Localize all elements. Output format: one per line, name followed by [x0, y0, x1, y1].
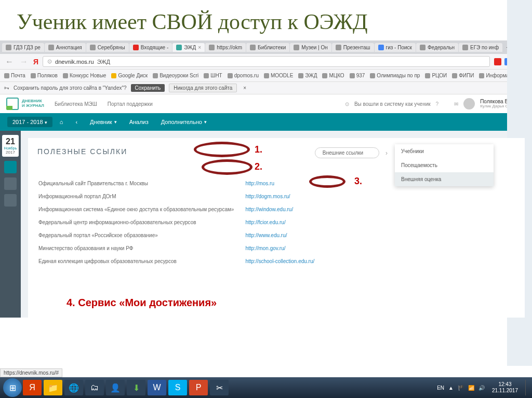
slide-title: Ученик имеет СВОЙ доступ к ОЭЖД: [0, 0, 532, 40]
sound-icon[interactable]: 🔊: [478, 385, 485, 391]
tab[interactable]: гиз - Поиск: [375, 43, 416, 52]
clock[interactable]: 12:43 21.11.2017: [489, 381, 521, 394]
favicon-icon: [48, 45, 54, 50]
favicon-icon: [294, 45, 299, 50]
annotation-label: 4. Сервис «Мои достижения»: [66, 297, 217, 309]
nav-home-icon[interactable]: ⌂: [55, 119, 69, 125]
external-links-pill[interactable]: Внешние ссылки: [315, 147, 379, 158]
bookmark[interactable]: 937: [350, 73, 365, 78]
extension-icon[interactable]: [494, 58, 501, 65]
start-button[interactable]: ⊞: [3, 378, 22, 397]
never-save-button[interactable]: Никогда для этого сайта: [169, 84, 237, 92]
link[interactable]: http://window.edu.ru/: [245, 207, 293, 212]
help-icon[interactable]: ?: [436, 101, 439, 107]
favicon-icon: [336, 45, 341, 50]
table-row: Информационная система «Единое окно дост…: [38, 203, 325, 215]
bookmark[interactable]: Конкурс Новые: [63, 73, 106, 78]
network-icon[interactable]: 📶: [468, 385, 474, 391]
taskbar-app[interactable]: W: [148, 380, 166, 395]
bookmarks-bar: Почта Поляков Конкурс Новые Google Диск …: [0, 70, 532, 82]
nav-extra[interactable]: Дополнительно ▾: [156, 119, 212, 125]
tab[interactable]: https://okm: [205, 43, 246, 52]
taskbar-app[interactable]: 👤: [106, 380, 125, 395]
avatar[interactable]: [463, 98, 475, 109]
tab[interactable]: Библиотеки: [246, 43, 289, 52]
flag-icon[interactable]: 🏴: [458, 385, 464, 391]
taskbar-app[interactable]: Я: [23, 380, 42, 395]
nav-library[interactable]: Библиотека МЭШ: [55, 101, 97, 107]
bookmark[interactable]: Олимпиады по пр: [370, 73, 420, 78]
annotation-label: 1.: [255, 144, 262, 155]
bookmark[interactable]: Почта: [4, 73, 25, 78]
bookmark[interactable]: ШНТ: [204, 73, 222, 78]
tab[interactable]: ГДЗ ГДЗ ре: [2, 43, 44, 52]
bookmark[interactable]: МЦКО: [322, 73, 344, 78]
link[interactable]: http://dogm.mos.ru/: [245, 194, 290, 199]
lang-indicator[interactable]: EN: [437, 385, 444, 391]
mail-icon[interactable]: ✉: [454, 101, 458, 107]
login-status: Вы вошли в систему как ученик: [354, 101, 431, 107]
taskbar-app[interactable]: ⬇: [127, 380, 145, 395]
link[interactable]: http://www.edu.ru/: [245, 232, 287, 238]
year-selector[interactable]: 2017 - 2018 ▾: [7, 117, 52, 127]
close-icon[interactable]: ×: [243, 85, 246, 91]
taskbar-app[interactable]: 📁: [44, 380, 62, 395]
forward-icon[interactable]: →: [19, 57, 29, 66]
nav-diary[interactable]: Дневник ▾: [85, 119, 122, 125]
rail-icon[interactable]: [4, 177, 17, 190]
show-desktop[interactable]: [525, 380, 529, 395]
bookmark[interactable]: Google Диск: [111, 73, 148, 78]
save-password-button[interactable]: Сохранить: [131, 84, 165, 92]
favicon-icon: [6, 45, 11, 50]
link[interactable]: http://school-collection.edu.ru/: [245, 258, 314, 264]
tab[interactable]: Аннотация: [45, 43, 86, 52]
dropdown-item-selected[interactable]: Внешняя оценка: [395, 172, 494, 186]
close-icon[interactable]: ×: [198, 45, 201, 50]
link[interactable]: http://fcior.edu.ru/: [245, 219, 285, 225]
rail-icon[interactable]: [4, 194, 17, 207]
bookmark[interactable]: РЦОИ: [425, 73, 447, 78]
tab[interactable]: Серебряны: [86, 43, 129, 52]
tab[interactable]: Презенташ: [332, 43, 374, 52]
yandex-logo[interactable]: Я: [33, 58, 38, 66]
info-icon: ⊙: [345, 101, 349, 107]
back-icon[interactable]: ←: [4, 57, 15, 66]
dropdown-item[interactable]: Посещаемость: [395, 158, 494, 172]
taskbar-app[interactable]: 🌐: [64, 380, 83, 395]
nav-analysis[interactable]: Анализ: [124, 119, 154, 125]
tab[interactable]: Входящие -: [129, 43, 172, 52]
url-input[interactable]: ⊙ dnevnik.mos.ru ЭЖД: [43, 56, 489, 67]
link[interactable]: http://mos.ru: [245, 181, 274, 186]
taskbar-app[interactable]: 🗂: [85, 380, 104, 395]
taskbar-app[interactable]: ✂: [210, 380, 229, 395]
bookmark[interactable]: MOODLE: [264, 73, 293, 78]
bookmark[interactable]: Поляков: [31, 73, 58, 78]
taskbar-app[interactable]: P: [189, 380, 208, 395]
bookmark[interactable]: dpomos.ru: [228, 73, 259, 78]
dropdown-menu: Учебники Посещаемость Внешняя оценка: [395, 144, 494, 186]
left-rail: 21 Ноябрь 2017: [0, 131, 21, 318]
nav-support[interactable]: Портал поддержки: [108, 101, 153, 107]
dropdown-item[interactable]: Учебники: [395, 144, 494, 158]
tab[interactable]: ЕГЭ по инф: [459, 43, 502, 52]
tray-icon[interactable]: ▲: [448, 385, 454, 391]
app-logo[interactable]: ДНЕВНИКИ ЖУРНАЛ: [6, 98, 44, 110]
favicon-icon: [378, 45, 384, 50]
favicon-icon: [90, 45, 96, 50]
app-header: ДНЕВНИКИ ЖУРНАЛ Библиотека МЭШ Портал по…: [0, 94, 532, 113]
tab[interactable]: Музеи | Он: [290, 43, 331, 52]
taskbar-app[interactable]: S: [168, 380, 187, 395]
bookmark[interactable]: ЭЖД: [298, 73, 317, 78]
link[interactable]: http://mon.gov.ru/: [245, 245, 285, 251]
save-password-bar: 🗝 Сохранить пароль для этого сайта в "Ya…: [0, 82, 532, 94]
system-tray: EN ▲ 🏴 📶 🔊 12:43 21.11.2017: [437, 380, 529, 395]
tab[interactable]: Федеральн: [416, 43, 458, 52]
tab-active[interactable]: ЭЖД×: [172, 43, 205, 52]
nav-back[interactable]: ‹: [70, 119, 83, 125]
calendar-widget[interactable]: 21 Ноябрь 2017: [2, 135, 19, 157]
bookmark[interactable]: ФИПИ: [452, 73, 474, 78]
rail-icon[interactable]: [4, 161, 17, 173]
favicon-icon: [420, 45, 425, 50]
save-password-text: Сохранить пароль для этого сайта в "Yand…: [14, 85, 127, 91]
bookmark[interactable]: Видеоуроки Scri: [153, 73, 198, 78]
